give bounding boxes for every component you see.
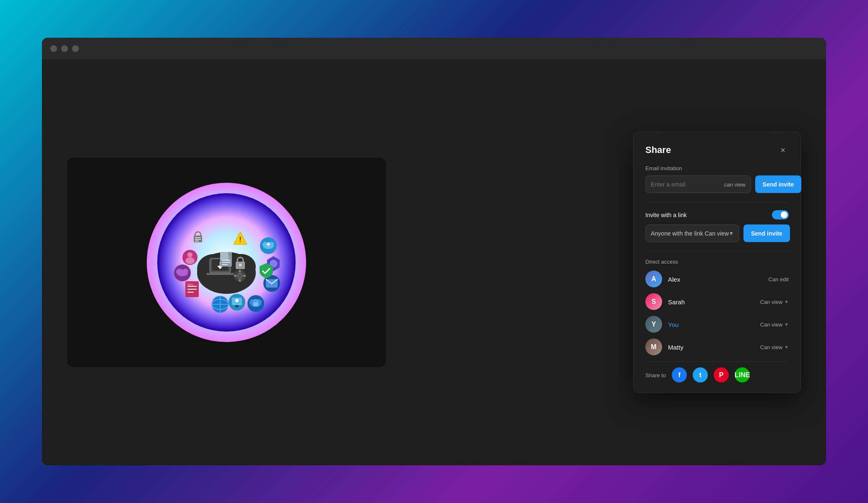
email-input-wrapper: can view	[645, 176, 751, 193]
svg-rect-56	[235, 305, 239, 307]
user-row-you: Y You Can view ▼	[645, 316, 789, 333]
link-send-button[interactable]: Send invite	[743, 225, 790, 242]
svg-point-57	[235, 299, 239, 302]
link-row: Anyone with the link Can view Anyone wit…	[645, 225, 789, 242]
svg-rect-21	[239, 279, 241, 282]
can-view-label: can view	[724, 181, 746, 187]
cloud-illustration: !	[147, 183, 306, 342]
permission-matty-label: Can view	[760, 344, 782, 350]
avatar-sarah: S	[645, 293, 662, 310]
traffic-lights	[50, 45, 79, 52]
email-row: can view Send invite	[645, 176, 789, 193]
permission-sarah-label: Can view	[760, 298, 782, 305]
svg-rect-22	[234, 275, 236, 277]
cloud-svg: !	[155, 191, 298, 334]
direct-access-label: Direct access	[645, 259, 789, 265]
divider-1	[645, 202, 789, 203]
permission-you-label: Can view	[760, 321, 782, 327]
titlebar	[42, 38, 826, 60]
main-window: !	[42, 38, 826, 465]
link-permission-select[interactable]: Anyone with the link Can view Anyone wit…	[651, 226, 729, 241]
svg-text:!: !	[239, 236, 241, 243]
invite-link-toggle[interactable]	[772, 210, 789, 220]
svg-point-19	[237, 273, 242, 278]
twitter-share-button[interactable]: t	[693, 368, 708, 383]
divider-2	[645, 251, 789, 251]
avatar-you: Y	[645, 316, 662, 333]
user-row-alex: A Alex Can edit	[645, 271, 789, 288]
minimize-traffic-light[interactable]	[61, 45, 68, 52]
user-name-you: You	[668, 321, 754, 328]
permission-dropdown-sarah[interactable]: Can view ▼	[760, 298, 789, 305]
chevron-sarah-icon: ▼	[784, 299, 789, 304]
maximize-traffic-light[interactable]	[72, 45, 79, 52]
permission-dropdown-you[interactable]: Can view ▼	[760, 321, 789, 327]
link-select-wrapper: Anyone with the link Can view Anyone wit…	[645, 225, 739, 242]
user-name-alex: Alex	[668, 275, 763, 283]
user-row-matty: M Matty Can view ▼	[645, 339, 789, 355]
svg-point-31	[187, 252, 192, 257]
chevron-you-icon: ▼	[784, 322, 789, 327]
svg-point-32	[185, 257, 195, 264]
svg-rect-11	[220, 252, 229, 260]
svg-rect-62	[253, 302, 258, 306]
svg-point-35	[176, 269, 183, 275]
share-header: Share ×	[645, 144, 789, 156]
share-panel: Share × Email invitation can view Send i…	[633, 132, 801, 393]
permission-alex: Can edit	[769, 276, 789, 282]
share-to-label: Share to	[645, 372, 666, 378]
chevron-down-icon: ▼	[729, 231, 734, 236]
illustration-area: !	[67, 158, 386, 367]
user-row-sarah: S Sarah Can view ▼	[645, 293, 789, 310]
pinterest-share-button[interactable]: P	[714, 368, 729, 383]
svg-text:html: html	[187, 283, 193, 286]
svg-rect-20	[239, 270, 241, 272]
close-button[interactable]: ×	[777, 144, 789, 156]
invite-link-header: Invite with a link	[645, 210, 789, 220]
invite-link-label: Invite with a link	[645, 212, 687, 218]
email-input[interactable]	[651, 177, 724, 192]
share-title: Share	[645, 145, 671, 156]
line-share-button[interactable]: LINE	[735, 368, 750, 383]
close-traffic-light[interactable]	[50, 45, 57, 52]
email-section-label: Email invitation	[645, 165, 789, 171]
share-to-row: Share to f t P LINE	[645, 361, 789, 383]
avatar-alex: A	[645, 271, 662, 288]
svg-point-17	[239, 264, 242, 266]
user-name-sarah: Sarah	[668, 298, 754, 305]
chevron-matty-icon: ▼	[784, 345, 789, 350]
window-content: !	[42, 60, 826, 465]
permission-dropdown-matty[interactable]: Can view ▼	[760, 344, 789, 350]
email-send-button[interactable]: Send invite	[755, 176, 802, 193]
facebook-share-button[interactable]: f	[672, 368, 687, 383]
svg-point-36	[182, 269, 188, 274]
svg-rect-23	[243, 275, 246, 277]
avatar-matty: M	[645, 339, 662, 355]
svg-rect-7	[206, 273, 234, 275]
user-name-matty: Matty	[668, 343, 754, 350]
